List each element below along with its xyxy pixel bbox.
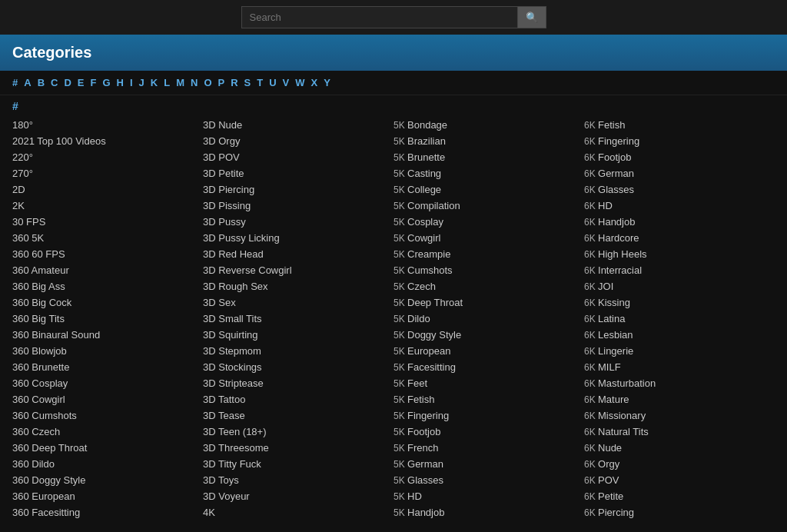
list-item[interactable]: 6K Petite bbox=[584, 488, 775, 504]
alphabet-link-v[interactable]: V bbox=[283, 77, 290, 88]
list-item[interactable]: 360 Deep Throat bbox=[12, 440, 203, 456]
list-item[interactable]: 6K High Heels bbox=[584, 246, 775, 262]
list-item[interactable]: 3D Rough Sex bbox=[203, 278, 394, 294]
list-item[interactable]: 5K HD bbox=[394, 488, 584, 504]
list-item[interactable]: 6K Handjob bbox=[584, 214, 775, 230]
list-item[interactable]: 3D Pussy Licking bbox=[203, 230, 394, 246]
list-item[interactable]: 360 Cosplay bbox=[12, 375, 203, 391]
alphabet-link-g[interactable]: G bbox=[102, 77, 110, 88]
list-item[interactable]: 30 FPS bbox=[12, 214, 203, 230]
list-item[interactable]: 3D Orgy bbox=[203, 133, 394, 149]
list-item[interactable]: 360 Blowjob bbox=[12, 343, 203, 359]
alphabet-link-y[interactable]: Y bbox=[324, 77, 330, 88]
list-item[interactable]: 5K Handjob bbox=[394, 504, 584, 520]
list-item[interactable]: 5K Glasses bbox=[394, 472, 584, 488]
alphabet-link-m[interactable]: M bbox=[176, 77, 184, 88]
list-item[interactable]: 360 Facesitting bbox=[12, 504, 203, 520]
search-button[interactable]: 🔍 bbox=[518, 6, 546, 28]
search-input[interactable] bbox=[241, 6, 518, 28]
list-item[interactable]: 3D Red Head bbox=[203, 246, 394, 262]
list-item[interactable]: 5K Facesitting bbox=[394, 359, 584, 375]
list-item[interactable]: 5K Fingering bbox=[394, 407, 584, 424]
list-item[interactable]: 5K Brazilian bbox=[394, 133, 584, 149]
list-item[interactable]: 360 Cowgirl bbox=[12, 391, 203, 407]
list-item[interactable]: 6K Orgy bbox=[584, 456, 775, 472]
alphabet-link-a[interactable]: A bbox=[24, 77, 31, 88]
list-item[interactable]: 270° bbox=[12, 165, 203, 181]
list-item[interactable]: 3D Voyeur bbox=[203, 488, 394, 504]
list-item[interactable]: 360 Big Cock bbox=[12, 294, 203, 311]
list-item[interactable]: 360 European bbox=[12, 488, 203, 504]
alphabet-link-f[interactable]: F bbox=[90, 77, 96, 88]
alphabet-link-n[interactable]: N bbox=[191, 77, 198, 88]
list-item[interactable]: 5K Creampie bbox=[394, 246, 584, 262]
list-item[interactable]: 3D Tease bbox=[203, 407, 394, 424]
list-item[interactable]: 5K Deep Throat bbox=[394, 294, 584, 311]
list-item[interactable]: 3D Striptease bbox=[203, 375, 394, 391]
list-item[interactable]: 2K bbox=[12, 198, 203, 214]
list-item[interactable]: 5K Bondage bbox=[394, 117, 584, 133]
list-item[interactable]: 5K Feet bbox=[394, 375, 584, 391]
list-item[interactable]: 5K Dildo bbox=[394, 311, 584, 327]
list-item[interactable]: 3D Stepmom bbox=[203, 343, 394, 359]
list-item[interactable]: 5K Cumshots bbox=[394, 262, 584, 278]
list-item[interactable]: 6K Masturbation bbox=[584, 375, 775, 391]
alphabet-link-k[interactable]: K bbox=[151, 77, 158, 88]
alphabet-link-e[interactable]: E bbox=[78, 77, 85, 88]
list-item[interactable]: 360 Dildo bbox=[12, 456, 203, 472]
list-item[interactable]: 5K Cosplay bbox=[394, 214, 584, 230]
list-item[interactable]: 3D Tattoo bbox=[203, 391, 394, 407]
list-item[interactable]: 5K Footjob bbox=[394, 424, 584, 440]
list-item[interactable]: 3D Petite bbox=[203, 165, 394, 181]
alphabet-link-p[interactable]: P bbox=[218, 77, 225, 88]
alphabet-link-j[interactable]: J bbox=[139, 77, 144, 88]
list-item[interactable]: 6K German bbox=[584, 165, 775, 181]
list-item[interactable]: 6K MILF bbox=[584, 359, 775, 375]
list-item[interactable]: 3D Sex bbox=[203, 294, 394, 311]
list-item[interactable]: 6K Piercing bbox=[584, 504, 775, 520]
list-item[interactable]: 2021 Top 100 Videos bbox=[12, 133, 203, 149]
list-item[interactable]: 5K Doggy Style bbox=[394, 327, 584, 343]
list-item[interactable]: 6K Mature bbox=[584, 391, 775, 407]
list-item[interactable]: 5K German bbox=[394, 456, 584, 472]
alphabet-link-#[interactable]: # bbox=[12, 77, 18, 88]
list-item[interactable]: 3D Teen (18+) bbox=[203, 424, 394, 440]
list-item[interactable]: 6K Footjob bbox=[584, 149, 775, 165]
list-item[interactable]: 360 5K bbox=[12, 230, 203, 246]
list-item[interactable]: 5K Brunette bbox=[394, 149, 584, 165]
list-item[interactable]: 6K Interracial bbox=[584, 262, 775, 278]
list-item[interactable]: 360 Cumshots bbox=[12, 407, 203, 424]
list-item[interactable]: 360 Amateur bbox=[12, 262, 203, 278]
list-item[interactable]: 6K HD bbox=[584, 198, 775, 214]
list-item[interactable]: 6K Latina bbox=[584, 311, 775, 327]
list-item[interactable]: 3D Squirting bbox=[203, 327, 394, 343]
list-item[interactable]: 6K Glasses bbox=[584, 181, 775, 198]
alphabet-link-w[interactable]: W bbox=[295, 77, 304, 88]
list-item[interactable]: 180° bbox=[12, 117, 203, 133]
alphabet-link-r[interactable]: R bbox=[231, 77, 237, 88]
list-item[interactable]: 360 60 FPS bbox=[12, 246, 203, 262]
list-item[interactable]: 6K Hardcore bbox=[584, 230, 775, 246]
alphabet-link-x[interactable]: X bbox=[311, 77, 318, 88]
list-item[interactable]: 6K Nude bbox=[584, 440, 775, 456]
list-item[interactable]: 3D Small Tits bbox=[203, 311, 394, 327]
list-item[interactable]: 360 Binaural Sound bbox=[12, 327, 203, 343]
list-item[interactable]: 6K Lingerie bbox=[584, 343, 775, 359]
list-item[interactable]: 3D Pissing bbox=[203, 198, 394, 214]
alphabet-link-t[interactable]: T bbox=[257, 77, 263, 88]
list-item[interactable]: 360 Doggy Style bbox=[12, 472, 203, 488]
list-item[interactable]: 5K Cowgirl bbox=[394, 230, 584, 246]
list-item[interactable]: 6K JOI bbox=[584, 278, 775, 294]
list-item[interactable]: 360 Big Ass bbox=[12, 278, 203, 294]
list-item[interactable]: 360 Big Tits bbox=[12, 311, 203, 327]
list-item[interactable]: 2D bbox=[12, 181, 203, 198]
list-item[interactable]: 5K Czech bbox=[394, 278, 584, 294]
list-item[interactable]: 3D Piercing bbox=[203, 181, 394, 198]
alphabet-link-h[interactable]: H bbox=[117, 77, 124, 88]
list-item[interactable]: 3D Threesome bbox=[203, 440, 394, 456]
list-item[interactable]: 6K Natural Tits bbox=[584, 424, 775, 440]
list-item[interactable]: 3D Reverse Cowgirl bbox=[203, 262, 394, 278]
list-item[interactable]: 360 Brunette bbox=[12, 359, 203, 375]
alphabet-link-i[interactable]: I bbox=[130, 77, 133, 88]
list-item[interactable]: 4K bbox=[203, 504, 394, 520]
